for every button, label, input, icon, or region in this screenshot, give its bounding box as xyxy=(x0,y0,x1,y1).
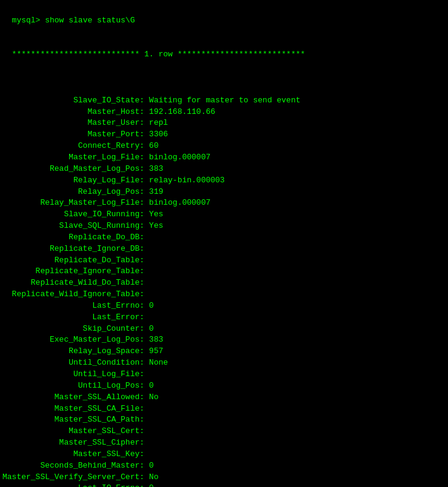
field-name: Until_Condition: xyxy=(2,358,149,367)
field-value: Waiting for master to send event xyxy=(149,96,301,105)
field-value: Yes xyxy=(149,210,163,219)
field-row: Relay_Log_Pos: 319 xyxy=(2,187,446,198)
field-value: No xyxy=(149,393,159,402)
field-name: Relay_Master_Log_File: xyxy=(2,198,149,207)
field-value: 0 xyxy=(149,381,154,390)
field-row: Master_Log_File: binlog.000007 xyxy=(2,152,446,164)
field-row: Replicate_Wild_Do_Table: xyxy=(2,277,446,289)
field-value: 383 xyxy=(149,335,163,344)
field-row: Master_SSL_CA_File: xyxy=(2,403,446,415)
field-name: Replicate_Do_DB: xyxy=(2,233,149,242)
field-value: 3306 xyxy=(149,130,168,139)
field-value: 383 xyxy=(149,164,163,173)
field-row: Master_SSL_CA_Path: xyxy=(2,414,446,426)
field-name: Seconds_Behind_Master: xyxy=(2,461,149,470)
field-name: Skip_Counter: xyxy=(2,324,149,333)
field-row: Master_SSL_Allowed: No xyxy=(2,392,446,403)
field-name: Slave_SQL_Running: xyxy=(2,221,149,230)
field-name: Replicate_Wild_Do_Table: xyxy=(2,278,149,287)
field-row: Slave_IO_State: Waiting for master to se… xyxy=(2,95,446,107)
field-value: repl xyxy=(149,118,168,127)
field-value: No xyxy=(149,472,159,482)
field-name: Exec_Master_Log_Pos: xyxy=(2,335,149,344)
field-value: None xyxy=(149,358,168,367)
field-name: Master_SSL_CA_Path: xyxy=(2,415,149,424)
field-row: Slave_IO_Running: Yes xyxy=(2,209,446,220)
field-row: Relay_Master_Log_File: binlog.000007 xyxy=(2,197,446,209)
field-name: Connect_Retry: xyxy=(2,141,149,150)
field-row: Last_IO_Errno: 0 xyxy=(2,483,446,487)
field-name: Replicate_Wild_Ignore_Table: xyxy=(2,290,149,299)
field-row: Connect_Retry: 60 xyxy=(2,141,446,152)
field-name: Master_Port: xyxy=(2,130,149,139)
field-name: Master_SSL_CA_File: xyxy=(2,404,149,413)
field-value: 0 xyxy=(149,461,154,470)
field-row: Slave_SQL_Running: Yes xyxy=(2,220,446,232)
field-name: Last_Error: xyxy=(2,313,149,322)
field-value: 957 xyxy=(149,346,163,356)
field-name: Relay_Log_Space: xyxy=(2,346,149,356)
field-name: Until_Log_Pos: xyxy=(2,381,149,390)
field-value: 192.168.110.66 xyxy=(149,107,215,116)
field-row: Until_Log_Pos: 0 xyxy=(2,380,446,392)
field-row: Until_Condition: None xyxy=(2,357,446,369)
field-row: Master_SSL_Cert: xyxy=(2,426,446,437)
field-row: Replicate_Wild_Ignore_Table: xyxy=(2,289,446,300)
field-value: 319 xyxy=(149,187,163,196)
field-row: Exec_Master_Log_Pos: 383 xyxy=(2,334,446,346)
field-name: Master_Log_File: xyxy=(2,153,149,162)
field-row: Last_Errno: 0 xyxy=(2,300,446,312)
field-value: binlog.000007 xyxy=(149,153,210,162)
field-value: relay-bin.000003 xyxy=(149,176,225,185)
field-name: Master_User: xyxy=(2,118,149,127)
prompt-line: mysql> show slave status\G xyxy=(12,16,135,25)
field-row: Replicate_Ignore_Table: xyxy=(2,266,446,277)
field-value: 60 xyxy=(149,141,159,150)
field-name: Replicate_Do_Table: xyxy=(2,256,149,265)
field-row: Until_Log_File: xyxy=(2,369,446,380)
field-row: Replicate_Do_Table: xyxy=(2,255,446,267)
field-value: 0 xyxy=(149,301,154,310)
field-name: Master_SSL_Verify_Server_Cert: xyxy=(2,472,149,482)
field-row: Last_Error: xyxy=(2,312,446,323)
field-row: Master_SSL_Cipher: xyxy=(2,437,446,449)
field-row: Master_User: repl xyxy=(2,118,446,129)
field-row: Relay_Log_File: relay-bin.000003 xyxy=(2,175,446,187)
field-value: binlog.000007 xyxy=(149,198,210,207)
field-name: Master_SSL_Allowed: xyxy=(2,393,149,402)
fields-container: Slave_IO_State: Waiting for master to se… xyxy=(2,95,446,487)
field-name: Until_Log_File: xyxy=(2,369,149,379)
field-name: Master_SSL_Key: xyxy=(2,449,149,459)
field-name: Relay_Log_File: xyxy=(2,176,149,185)
field-name: Slave_IO_State: xyxy=(2,96,149,105)
field-name: Replicate_Ignore_DB: xyxy=(2,244,149,253)
field-value: Yes xyxy=(149,221,163,230)
field-row: Skip_Counter: 0 xyxy=(2,323,446,335)
field-row: Master_Host: 192.168.110.66 xyxy=(2,107,446,118)
field-name: Relay_Log_Pos: xyxy=(2,187,149,196)
field-name: Master_Host: xyxy=(2,107,149,116)
field-name: Replicate_Ignore_Table: xyxy=(2,267,149,276)
field-name: Last_Errno: xyxy=(2,301,149,310)
field-name: Last_IO_Errno: xyxy=(2,483,149,487)
field-name: Slave_IO_Running: xyxy=(2,210,149,219)
field-value: 0 xyxy=(149,483,154,487)
field-row: Master_SSL_Verify_Server_Cert: No xyxy=(2,472,446,483)
field-row: Replicate_Ignore_DB: xyxy=(2,244,446,255)
field-name: Read_Master_Log_Pos: xyxy=(2,164,149,173)
terminal-window: mysql> show slave status\G *************… xyxy=(0,0,448,487)
field-row: Seconds_Behind_Master: 0 xyxy=(2,460,446,472)
field-row: Master_SSL_Key: xyxy=(2,449,446,460)
separator-line: *************************** 1. row *****… xyxy=(12,50,306,59)
field-name: Master_SSL_Cipher: xyxy=(2,438,149,447)
field-value: 0 xyxy=(149,324,154,333)
field-name: Master_SSL_Cert: xyxy=(2,426,149,436)
field-row: Read_Master_Log_Pos: 383 xyxy=(2,164,446,175)
field-row: Master_Port: 3306 xyxy=(2,129,446,141)
field-row: Replicate_Do_DB: xyxy=(2,232,446,244)
field-row: Relay_Log_Space: 957 xyxy=(2,346,446,357)
